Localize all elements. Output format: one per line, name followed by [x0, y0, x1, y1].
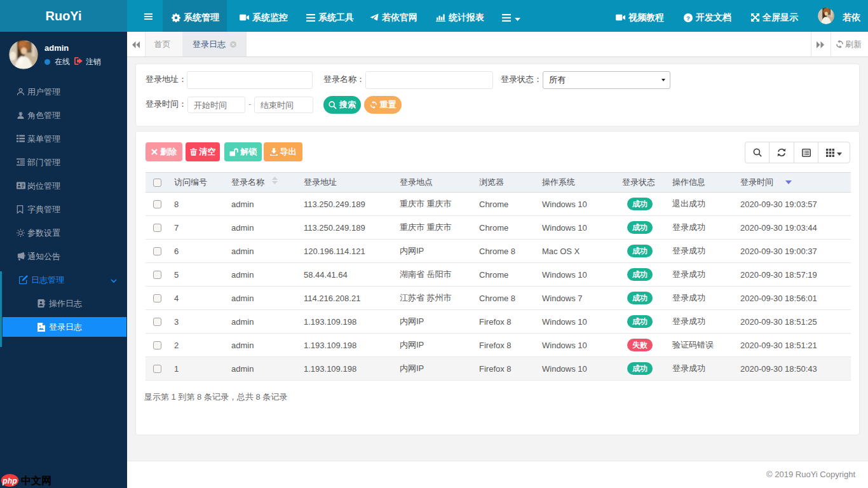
svg-text:中文网: 中文网 — [21, 475, 51, 486]
svg-text:php: php — [2, 477, 17, 485]
svg-text:?: ? — [686, 14, 690, 21]
